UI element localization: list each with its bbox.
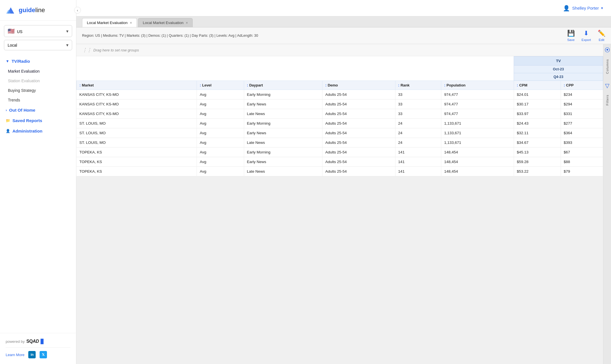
learn-more-link[interactable]: Learn More	[6, 353, 24, 357]
col-cpm[interactable]: :CPM	[514, 81, 561, 90]
cell-level: Avg	[197, 99, 244, 109]
oct23-subgroup-header: Oct-23	[514, 66, 603, 73]
cell-cpp: $393	[561, 138, 603, 148]
cell-demo: Adults 25-54	[322, 128, 395, 138]
cell-daypart: Early News	[244, 128, 322, 138]
filters-panel-label[interactable]: Filters	[606, 95, 609, 105]
cell-cpm: $30.17	[514, 99, 561, 109]
cell-cpp: $234	[561, 90, 603, 99]
cell-market: ST. LOUIS, MO	[77, 128, 197, 138]
sidebar-item-market-evaluation[interactable]: Market Evaluation	[0, 66, 76, 76]
region-dropdown[interactable]: 🇺🇸US ▾	[4, 25, 72, 37]
sqad-bars-icon: ▐▌	[39, 339, 45, 344]
sidebar-section-saved-reports[interactable]: 📁 Saved Reports	[0, 115, 76, 126]
filter-bar: Region: US | Mediums: TV | Markets: (3) …	[76, 27, 611, 44]
save-button[interactable]: 💾 Save	[567, 30, 575, 42]
table-quarter-header-row: Q4-23	[77, 73, 603, 81]
flag-icon: 🇺🇸	[8, 28, 15, 34]
cell-demo: Adults 25-54	[322, 99, 395, 109]
tab-2[interactable]: Local Market Evaluation ×	[138, 18, 193, 27]
logo-text: guideline	[19, 6, 45, 14]
content-area: ⋮⋮ Drag here to set row groups TV Oct-23	[76, 44, 611, 364]
powered-by-text: powered by	[6, 339, 25, 344]
cell-level: Avg	[197, 109, 244, 119]
sidebar-section-administration[interactable]: 👤 Administration	[0, 126, 76, 136]
tab-1-close-icon[interactable]: ×	[130, 21, 132, 25]
edit-icon: ✏️	[598, 30, 605, 37]
col-cpp[interactable]: :CPP	[561, 81, 603, 90]
administration-label: Administration	[12, 129, 42, 133]
col-market[interactable]: :Market	[77, 81, 197, 90]
columns-panel-label[interactable]: Columns	[606, 59, 609, 74]
sidebar-section-out-of-home[interactable]: › Out Of Home	[0, 105, 76, 115]
cell-demo: Adults 25-54	[322, 90, 395, 99]
sidebar-item-buying-strategy[interactable]: Buying Strategy	[0, 86, 76, 95]
collapse-sidebar-button[interactable]: ‹	[74, 7, 81, 14]
cell-daypart: Early Morning	[244, 119, 322, 128]
cell-cpm: $32.11	[514, 128, 561, 138]
cell-cpp: $331	[561, 109, 603, 119]
cell-level: Avg	[197, 90, 244, 99]
user-chevron-icon: ▾	[601, 6, 603, 10]
col-level[interactable]: :Level	[197, 81, 244, 90]
col-daypart[interactable]: :Daypart	[244, 81, 322, 90]
edit-button[interactable]: ✏️ Edit	[598, 30, 605, 42]
cell-demo: Adults 25-54	[322, 119, 395, 128]
col-population[interactable]: :Population	[441, 81, 514, 90]
sidebar-item-trends[interactable]: Trends	[0, 95, 76, 105]
cell-market: TOPEKA, KS	[77, 148, 197, 157]
sidebar-footer: powered by SQAD▐▌ Learn More in 𝕏	[0, 333, 76, 364]
table-row: ST. LOUIS, MO Avg Late News Adults 25-54…	[77, 138, 603, 148]
edit-label: Edit	[599, 38, 604, 42]
cell-rank: 141	[395, 148, 441, 157]
tabs-bar: Local Market Evaluation × Local Market E…	[76, 16, 611, 27]
cell-level: Avg	[197, 128, 244, 138]
cell-cpp: $88	[561, 157, 603, 167]
cell-population: 1,133,671	[441, 138, 514, 148]
cell-market: KANSAS CITY, KS-MO	[77, 90, 197, 99]
cell-level: Avg	[197, 167, 244, 176]
scope-dropdown[interactable]: Local ▾	[4, 40, 72, 50]
cell-market: ST. LOUIS, MO	[77, 138, 197, 148]
cell-population: 974,477	[441, 99, 514, 109]
user-name: Shelley Porter	[572, 6, 599, 10]
user-menu[interactable]: 👤 Shelley Porter ▾	[563, 5, 603, 12]
tab-1[interactable]: Local Market Evaluation ×	[82, 18, 137, 27]
cell-level: Avg	[197, 138, 244, 148]
cell-cpm: $59.28	[514, 157, 561, 167]
col-rank[interactable]: :Rank	[395, 81, 441, 90]
table-col-header-row: :Market :Level :Daypart :Demo :Rank :Pop…	[77, 81, 603, 90]
cell-daypart: Early News	[244, 99, 322, 109]
drag-dots-icon: ⋮⋮	[82, 47, 91, 53]
cell-cpm: $34.67	[514, 138, 561, 148]
export-button[interactable]: ⬇ Export	[582, 30, 591, 42]
table-area: ⋮⋮ Drag here to set row groups TV Oct-23	[76, 44, 603, 364]
columns-panel-icon[interactable]: ⦿	[604, 47, 610, 53]
cell-market: KANSAS CITY, KS-MO	[77, 99, 197, 109]
cell-demo: Adults 25-54	[322, 157, 395, 167]
cell-daypart: Late News	[244, 138, 322, 148]
cell-rank: 24	[395, 138, 441, 148]
cell-cpp: $277	[561, 119, 603, 128]
cell-demo: Adults 25-54	[322, 148, 395, 157]
filters-panel-icon[interactable]: ▽	[605, 82, 609, 89]
tv-radio-label: TV/Radio	[12, 59, 30, 64]
sidebar-section-tv-radio[interactable]: ▼ TV/Radio	[0, 56, 76, 66]
cell-cpm: $24.01	[514, 90, 561, 99]
top-bar: 👤 Shelley Porter ▾	[76, 0, 611, 16]
cell-daypart: Early Morning	[244, 148, 322, 157]
twitter-icon[interactable]: 𝕏	[40, 351, 47, 358]
tab-2-close-icon[interactable]: ×	[186, 21, 188, 25]
col-demo[interactable]: :Demo	[322, 81, 395, 90]
right-panel: ⦿ Columns ▽ Filters	[603, 44, 611, 364]
cell-cpm: $53.22	[514, 167, 561, 176]
linkedin-icon[interactable]: in	[28, 351, 36, 358]
cell-market: KANSAS CITY, KS-MO	[77, 109, 197, 119]
cell-cpm: $24.43	[514, 119, 561, 128]
cell-cpm: $45.13	[514, 148, 561, 157]
cell-population: 974,477	[441, 90, 514, 99]
cell-rank: 33	[395, 99, 441, 109]
saved-reports-label: Saved Reports	[12, 118, 42, 123]
scope-chevron-icon: ▾	[66, 42, 68, 48]
tab-1-label: Local Market Evaluation	[87, 21, 128, 25]
